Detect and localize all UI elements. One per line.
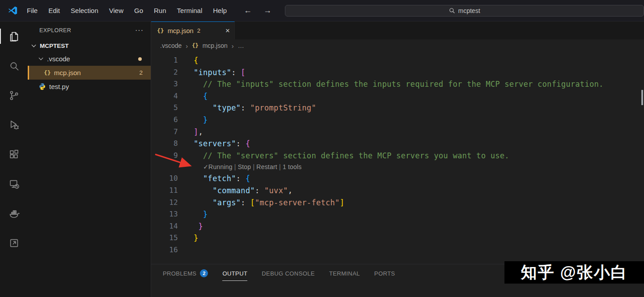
file-tree: MCPTEST .vscode {} mcp.json 2 test.py: [28, 39, 151, 93]
line-number: 5: [151, 102, 178, 114]
codelens-restart[interactable]: Restart: [256, 163, 277, 170]
code-line[interactable]: // The "inputs" section defines the inpu…: [178, 78, 604, 90]
code-line[interactable]: {: [178, 55, 199, 67]
menu-go[interactable]: Go: [129, 7, 148, 14]
line-number: 4: [151, 90, 178, 102]
code-line[interactable]: ],: [178, 126, 203, 138]
chevron-down-icon: [32, 42, 36, 47]
menubar: FileEditSelectionViewGoRunTerminalHelp: [21, 7, 232, 14]
sidebar-header: EXPLORER ···: [28, 21, 151, 39]
problems-count-badge: 2: [139, 69, 143, 76]
codelens-1-tools[interactable]: 1 tools: [283, 163, 302, 170]
codelens-separator: |: [277, 163, 283, 170]
json-icon: {}: [192, 42, 198, 49]
search-value: mcptest: [458, 7, 480, 14]
code-line[interactable]: "args": ["mcp-server-fetch"]: [178, 197, 344, 209]
line-number: [151, 161, 178, 173]
docker-icon[interactable]: [0, 199, 28, 228]
codelens-separator: |: [251, 163, 256, 170]
panel-tab-problems[interactable]: PROBLEMS2: [156, 264, 215, 282]
tab-problems-badge: 2: [197, 27, 200, 34]
menu-view[interactable]: View: [104, 7, 129, 14]
line-number: 1: [151, 55, 178, 67]
explorer-icon[interactable]: [0, 21, 28, 51]
codelens-running[interactable]: ✓Running: [203, 163, 232, 170]
source-control-icon[interactable]: [0, 81, 28, 110]
line-number: 6: [151, 114, 178, 126]
workspace-root[interactable]: MCPTEST: [28, 39, 151, 52]
run-and-debug-icon[interactable]: [0, 110, 28, 140]
menu-help[interactable]: Help: [208, 7, 232, 14]
sidebar-title: EXPLORER: [39, 27, 71, 34]
menu-edit[interactable]: Edit: [43, 7, 65, 14]
menu-selection[interactable]: Selection: [65, 7, 104, 14]
file-mcp-json[interactable]: {} mcp.json 2: [28, 66, 151, 80]
external-window-icon[interactable]: [0, 228, 28, 258]
remote-explorer-icon[interactable]: [0, 169, 28, 199]
folder-vscode[interactable]: .vscode: [28, 52, 151, 66]
codelens: ✓Running | Stop | Restart | 1 tools: [178, 161, 302, 173]
search-sidebar-icon[interactable]: [0, 51, 28, 81]
line-number: 10: [151, 173, 178, 185]
code-line[interactable]: "fetch": {: [178, 173, 250, 185]
tab-bar: {} mcp.json 2 ×: [151, 21, 644, 39]
code-line[interactable]: }: [178, 232, 199, 244]
code-line[interactable]: [178, 244, 194, 256]
menu-file[interactable]: File: [21, 7, 43, 14]
breadcrumb-item-vscode[interactable]: .vscode: [160, 42, 182, 49]
command-center-search[interactable]: mcptest: [285, 5, 644, 17]
code-line[interactable]: "servers": {: [178, 138, 250, 150]
breadcrumb-separator: ›: [232, 42, 234, 50]
panel-tab-bar: PROBLEMS2OUTPUTDEBUG CONSOLETERMINALPORT…: [156, 264, 402, 282]
activity-bar: [0, 21, 28, 297]
line-number: 2: [151, 67, 178, 79]
file-label: test.py: [49, 83, 69, 90]
json-icon: {}: [44, 69, 51, 76]
panel-tab-terminal[interactable]: TERMINAL: [322, 264, 367, 282]
tab-mcp-json[interactable]: {} mcp.json 2 ×: [151, 21, 235, 39]
code-line[interactable]: }: [178, 221, 203, 233]
extensions-icon[interactable]: [0, 140, 28, 169]
history-nav: ← →: [244, 6, 271, 15]
menu-terminal[interactable]: Terminal: [172, 7, 208, 14]
python-icon: [38, 83, 46, 90]
breadcrumb-item-more[interactable]: …: [238, 42, 244, 49]
json-icon: {}: [157, 27, 164, 34]
forward-button[interactable]: →: [263, 6, 271, 15]
code-line[interactable]: {: [178, 90, 208, 102]
code-line[interactable]: }: [178, 208, 208, 221]
breadcrumb-separator: ›: [186, 42, 188, 50]
scrollbar-thumb[interactable]: [641, 90, 643, 105]
code-line[interactable]: "command": "uvx",: [178, 185, 292, 197]
titlebar: FileEditSelectionViewGoRunTerminalHelp ←…: [0, 0, 644, 21]
line-number: 14: [151, 221, 178, 233]
codelens-stop[interactable]: Stop: [238, 163, 251, 170]
file-test-py[interactable]: test.py: [28, 80, 151, 93]
problems-badge: 2: [200, 269, 208, 277]
code-line[interactable]: // The "servers" section defines the MCP…: [178, 150, 509, 162]
more-actions-icon[interactable]: ···: [135, 26, 144, 34]
breadcrumb-item-mcp-json[interactable]: mcp.json: [203, 42, 228, 49]
line-number: 12: [151, 197, 178, 209]
line-number: 11: [151, 185, 178, 197]
code-line[interactable]: "inputs": [: [178, 67, 246, 79]
vscode-logo: [7, 5, 18, 16]
code-line[interactable]: }: [178, 114, 208, 126]
line-number: 9: [151, 150, 178, 162]
close-icon[interactable]: ×: [225, 26, 230, 35]
explorer-sidebar: EXPLORER ··· MCPTEST .vscode {} mcp.json…: [28, 21, 151, 297]
back-button[interactable]: ←: [244, 6, 252, 15]
code-editor[interactable]: 1{2"inputs": [3 // The "inputs" section …: [151, 52, 644, 264]
line-number: 13: [151, 208, 178, 221]
panel-tab-debug-console[interactable]: DEBUG CONSOLE: [254, 264, 322, 282]
codelens-separator: |: [233, 163, 238, 170]
line-number: 15: [151, 232, 178, 244]
panel-tab-output[interactable]: OUTPUT: [215, 264, 254, 282]
line-number: 8: [151, 138, 178, 150]
line-number: 16: [151, 244, 178, 256]
menu-run[interactable]: Run: [148, 7, 172, 14]
code-line[interactable]: "type": "promptString": [178, 102, 316, 114]
workspace-name: MCPTEST: [40, 42, 69, 49]
panel-tab-ports[interactable]: PORTS: [367, 264, 402, 282]
line-number: 3: [151, 78, 178, 90]
